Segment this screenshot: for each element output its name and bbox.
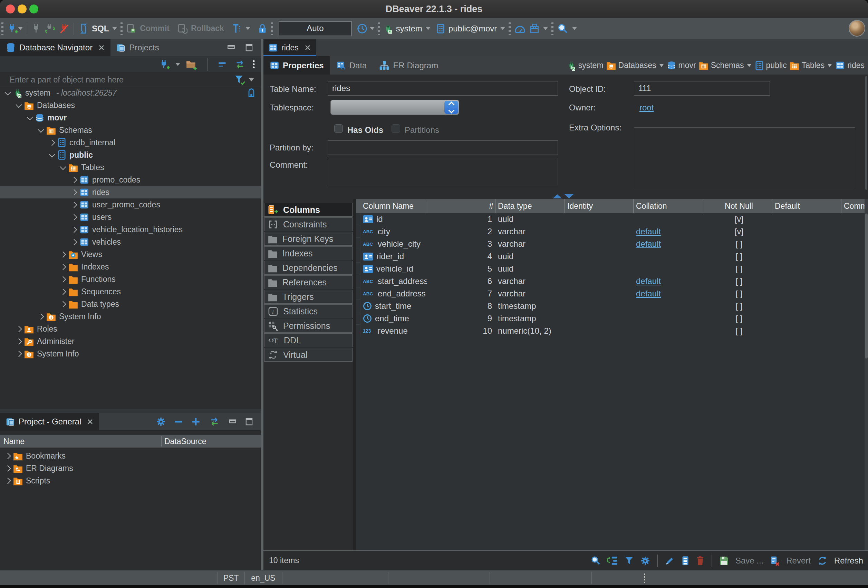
tree-item-system[interactable]: system- localhost:26257 xyxy=(0,87,261,99)
project-settings-icon[interactable] xyxy=(156,417,166,427)
side-tab-columns[interactable]: Columns xyxy=(264,203,353,217)
tablespace-select[interactable] xyxy=(331,100,459,115)
collapse-all-icon[interactable] xyxy=(217,60,228,69)
tree-item-databases[interactable]: Databases xyxy=(0,99,261,112)
rollback-button[interactable]: Rollback xyxy=(177,24,224,34)
new-connection-icon[interactable] xyxy=(159,59,170,70)
grid-row-start_time[interactable]: start_time8timestamp[ ] xyxy=(356,300,868,312)
revert-icon[interactable] xyxy=(770,556,780,566)
expander-icon[interactable] xyxy=(16,102,22,108)
row-handle[interactable] xyxy=(356,287,360,300)
navigator-filter[interactable]: Enter a part of object name here xyxy=(0,73,261,87)
side-tab-statistics[interactable]: iStatistics xyxy=(264,304,353,318)
tree-item-data-types[interactable]: Data types xyxy=(0,298,261,310)
connect-icon[interactable] xyxy=(31,23,41,34)
delete-icon[interactable] xyxy=(696,556,705,566)
grid-sync-icon[interactable] xyxy=(607,556,618,566)
expander-icon[interactable] xyxy=(4,89,11,95)
breadcrumb-public[interactable]: public xyxy=(755,61,787,71)
lock-icon[interactable] xyxy=(257,23,267,34)
side-tab-virtual[interactable]: Virtual xyxy=(264,348,353,362)
subtab-properties[interactable]: Properties xyxy=(263,56,330,75)
side-tab-triggers[interactable]: Triggers xyxy=(264,290,353,304)
tree-item-views[interactable]: Views xyxy=(0,248,261,261)
tree-item-public[interactable]: public xyxy=(0,149,261,161)
expander-icon[interactable] xyxy=(71,214,77,220)
cell-not-null[interactable]: [ ] xyxy=(703,238,772,250)
tree-item-rides[interactable]: rides xyxy=(0,186,261,198)
cell-not-null[interactable]: [ ] xyxy=(703,325,772,337)
editor-tab-rides[interactable]: rides xyxy=(263,39,316,56)
grid-col-header-identity[interactable]: Identity xyxy=(565,199,633,213)
expander-icon[interactable] xyxy=(60,276,66,282)
vertical-splitter[interactable] xyxy=(261,39,263,570)
grid-col-header-default[interactable]: Default xyxy=(772,199,841,213)
object-id-input[interactable]: 111 xyxy=(634,81,770,96)
tree-item-functions[interactable]: Functions xyxy=(0,273,261,285)
link-with-editor-icon[interactable] xyxy=(234,60,246,69)
cell-not-null[interactable]: [ ] xyxy=(703,312,772,325)
tree-item-crdb-internal[interactable]: crdb_internal xyxy=(0,136,261,149)
tree-item-roles[interactable]: Roles xyxy=(0,323,261,335)
expander-icon[interactable] xyxy=(60,289,66,295)
row-handle[interactable] xyxy=(356,300,360,312)
grid-col-header-comment[interactable]: Comment xyxy=(841,199,868,213)
form-grid-splitter[interactable] xyxy=(263,193,868,199)
subtab-data[interactable]: Data xyxy=(330,56,373,75)
side-tab-constraints[interactable]: Constraints xyxy=(264,217,353,231)
extra-options-box[interactable] xyxy=(634,127,855,188)
expander-icon[interactable] xyxy=(16,326,22,332)
cell-not-null[interactable]: [v] xyxy=(703,225,772,238)
grid-row-end_time[interactable]: end_time9timestamp[ ] xyxy=(356,312,868,325)
comment-textarea[interactable] xyxy=(328,158,558,185)
tab-database-navigator[interactable]: Database Navigator xyxy=(0,39,111,56)
locale-cell[interactable]: en_US xyxy=(244,570,282,586)
chevron-down-icon[interactable] xyxy=(828,64,832,67)
tab-project-general[interactable]: Project - General xyxy=(0,413,99,430)
expander-icon[interactable] xyxy=(16,351,22,357)
user-avatar[interactable] xyxy=(849,20,865,37)
commit-mode-combo[interactable]: Auto xyxy=(279,21,352,36)
cell-not-null[interactable]: [ ] xyxy=(703,300,772,312)
view-menu-icon[interactable] xyxy=(252,59,256,70)
minimize-panel-icon[interactable] xyxy=(228,417,237,426)
minimize-panel-icon[interactable] xyxy=(227,43,236,52)
cell-not-null[interactable]: [ ] xyxy=(703,275,772,287)
row-handle[interactable] xyxy=(356,225,360,238)
side-tab-indexes[interactable]: Indexes xyxy=(264,246,353,260)
revert-button[interactable]: Revert xyxy=(786,556,811,566)
sql-editor-button[interactable]: SQL xyxy=(78,23,117,34)
cell-not-null[interactable]: [ ] xyxy=(703,262,772,275)
tree-item-vehicle-location-histories[interactable]: vehicle_location_histories xyxy=(0,223,261,236)
chevron-down-icon[interactable] xyxy=(747,64,751,67)
horizontal-splitter[interactable] xyxy=(0,409,261,413)
grid-col-header--[interactable]: # xyxy=(427,199,496,213)
breadcrumb-schemas[interactable]: Schemas xyxy=(699,61,752,70)
refresh-icon[interactable] xyxy=(817,556,828,566)
side-tab-foreign-keys[interactable]: Foreign Keys xyxy=(264,232,353,246)
transaction-log-icon[interactable] xyxy=(356,23,368,34)
grid-col-header-column-name[interactable]: Column Name xyxy=(360,199,427,213)
side-tab-permissions[interactable]: Permissions xyxy=(264,319,353,333)
new-folder-icon[interactable] xyxy=(186,59,198,70)
maximize-panel-icon[interactable] xyxy=(245,417,254,426)
grid-row-city[interactable]: ABCcity2varchardefault[v] xyxy=(356,225,868,238)
expander-icon[interactable] xyxy=(27,114,33,120)
expander-icon[interactable] xyxy=(16,338,22,344)
side-tab-references[interactable]: References xyxy=(264,276,353,289)
row-handle[interactable] xyxy=(356,250,360,262)
tree-item-administer[interactable]: Administer xyxy=(0,335,261,348)
grid-col-header-data-type[interactable]: Data type xyxy=(496,199,565,213)
tree-item-promo-codes[interactable]: promo_codes xyxy=(0,174,261,186)
disconnect-icon[interactable] xyxy=(59,23,69,34)
active-database-combo[interactable]: public@movr xyxy=(436,24,505,34)
expander-icon[interactable] xyxy=(71,202,77,208)
owner-link[interactable]: root xyxy=(639,103,654,112)
timezone-cell[interactable]: PST xyxy=(217,570,244,586)
grid-search-icon[interactable] xyxy=(590,556,601,566)
invalidate-connection-icon[interactable] xyxy=(44,23,56,34)
expander-icon[interactable] xyxy=(4,453,11,459)
has-oids-checkbox[interactable] xyxy=(334,124,343,133)
grid-row-revenue[interactable]: 123revenue10numeric(10, 2)[ ] xyxy=(356,325,868,337)
expander-icon[interactable] xyxy=(71,226,77,233)
